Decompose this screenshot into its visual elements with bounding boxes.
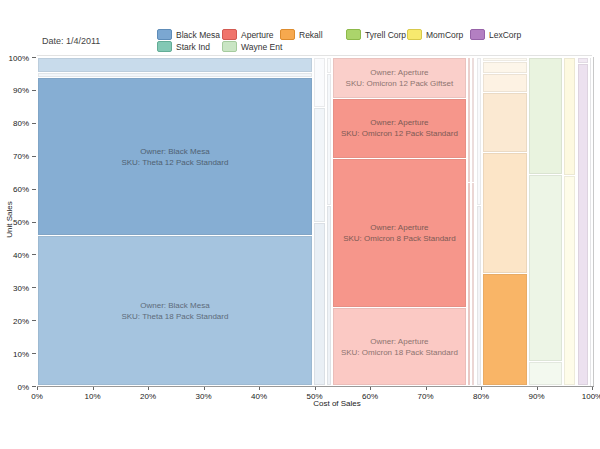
y-tick-mark bbox=[32, 222, 36, 223]
mekko-block[interactable] bbox=[483, 153, 527, 273]
mekko-block[interactable] bbox=[38, 58, 313, 72]
x-tick-label: 70% bbox=[417, 392, 433, 401]
mekko-block[interactable] bbox=[529, 362, 561, 385]
mekko-block[interactable] bbox=[483, 58, 527, 62]
x-tick-mark bbox=[148, 387, 149, 390]
y-tick-mark bbox=[32, 57, 36, 58]
x-axis-line bbox=[37, 386, 594, 387]
x-tick-mark bbox=[592, 387, 593, 390]
mekko-block[interactable] bbox=[314, 58, 324, 108]
y-tick-mark bbox=[32, 189, 36, 190]
block-label-owner: Owner: Aperture bbox=[370, 117, 428, 128]
x-tick-label: 0% bbox=[31, 392, 43, 401]
mekko-block[interactable] bbox=[578, 58, 589, 64]
x-tick-mark bbox=[370, 387, 371, 390]
x-tick-mark bbox=[481, 387, 482, 390]
y-tick-label: 10% bbox=[3, 349, 29, 358]
y-tick-label: 100% bbox=[3, 53, 29, 62]
mekko-block[interactable] bbox=[564, 58, 576, 175]
mekko-block[interactable]: Owner: ApertureSKU: Omicron 18 Pack Stan… bbox=[333, 308, 465, 386]
mekko-block[interactable] bbox=[327, 58, 330, 73]
y-tick-label: 70% bbox=[3, 152, 29, 161]
block-label-sku: SKU: Theta 12 Pack Standard bbox=[121, 157, 228, 168]
y-tick-mark bbox=[32, 156, 36, 157]
x-tick-label: 20% bbox=[140, 392, 156, 401]
block-label-owner: Owner: Aperture bbox=[370, 67, 428, 78]
mekko-block[interactable] bbox=[477, 58, 482, 205]
block-label-sku: SKU: Omicron 12 Pack Giftset bbox=[346, 78, 454, 89]
plot-right-border bbox=[593, 57, 594, 386]
mekko-block[interactable]: Owner: Black MesaSKU: Theta 18 Pack Stan… bbox=[38, 236, 313, 385]
x-tick-label: 40% bbox=[251, 392, 267, 401]
mekko-block[interactable] bbox=[472, 183, 474, 386]
mekko-block[interactable] bbox=[529, 58, 561, 174]
mekko-block[interactable] bbox=[529, 175, 561, 362]
plot-top-border bbox=[37, 55, 592, 56]
mekko-block[interactable] bbox=[468, 58, 470, 182]
y-tick-mark bbox=[32, 353, 36, 354]
block-label-sku: SKU: Omicron 12 Pack Standard bbox=[341, 128, 458, 139]
x-axis-title: Cost of Sales bbox=[277, 399, 397, 408]
y-tick-mark bbox=[32, 254, 36, 255]
x-tick-mark bbox=[37, 387, 38, 390]
y-tick-mark bbox=[32, 90, 36, 91]
y-tick-label: 20% bbox=[3, 316, 29, 325]
mekko-block[interactable] bbox=[483, 274, 527, 386]
mekko-block[interactable] bbox=[314, 223, 324, 386]
x-tick-mark bbox=[259, 387, 260, 390]
y-tick-label: 0% bbox=[3, 382, 29, 391]
y-tick-mark bbox=[32, 123, 36, 124]
mekko-block[interactable] bbox=[38, 73, 313, 77]
x-tick-label: 80% bbox=[473, 392, 489, 401]
mekko-block[interactable] bbox=[590, 58, 591, 386]
x-tick-mark bbox=[537, 387, 538, 390]
mekko-block[interactable]: Owner: ApertureSKU: Omicron 12 Pack Gift… bbox=[333, 58, 465, 99]
block-label-sku: SKU: Omicron 8 Pack Standard bbox=[343, 233, 456, 244]
mekko-block[interactable] bbox=[564, 176, 576, 386]
y-tick-mark bbox=[32, 287, 36, 288]
mekko-block[interactable] bbox=[483, 74, 527, 93]
mekko-block[interactable] bbox=[578, 64, 589, 385]
y-tick-label: 80% bbox=[3, 119, 29, 128]
x-tick-label: 30% bbox=[195, 392, 211, 401]
plot-area: Owner: Black MesaSKU: Theta 18 Pack Stan… bbox=[0, 0, 600, 449]
block-label-owner: Owner: Black Mesa bbox=[140, 300, 209, 311]
y-tick-label: 90% bbox=[3, 86, 29, 95]
block-label-sku: SKU: Theta 18 Pack Standard bbox=[121, 311, 228, 322]
mekko-block[interactable]: Owner: Black MesaSKU: Theta 12 Pack Stan… bbox=[38, 78, 313, 236]
y-axis-title: Unit Sales bbox=[5, 185, 14, 255]
x-tick-label: 100% bbox=[582, 392, 600, 401]
block-label-owner: Owner: Aperture bbox=[370, 336, 428, 347]
mekko-block[interactable] bbox=[314, 108, 324, 221]
block-label-owner: Owner: Aperture bbox=[370, 222, 428, 233]
mekko-block[interactable]: Owner: ApertureSKU: Omicron 8 Pack Stand… bbox=[333, 159, 465, 307]
y-tick-mark bbox=[32, 320, 36, 321]
x-tick-label: 90% bbox=[528, 392, 544, 401]
x-tick-mark bbox=[93, 387, 94, 390]
mekko-block[interactable] bbox=[327, 74, 330, 205]
mekko-block[interactable] bbox=[477, 206, 482, 386]
y-tick-label: 30% bbox=[3, 283, 29, 292]
block-label-owner: Owner: Black Mesa bbox=[140, 146, 209, 157]
x-tick-label: 10% bbox=[84, 392, 100, 401]
block-label-sku: SKU: Omicron 18 Pack Standard bbox=[341, 347, 458, 358]
mekko-block[interactable] bbox=[327, 206, 330, 386]
mekko-block[interactable] bbox=[472, 58, 474, 182]
mekko-block[interactable] bbox=[483, 93, 527, 151]
x-tick-mark bbox=[315, 387, 316, 390]
mekko-block[interactable] bbox=[468, 183, 470, 386]
x-tick-mark bbox=[426, 387, 427, 390]
mekko-block[interactable]: Owner: ApertureSKU: Omicron 12 Pack Stan… bbox=[333, 99, 465, 157]
mekko-block[interactable] bbox=[483, 62, 527, 72]
x-tick-mark bbox=[204, 387, 205, 390]
y-tick-mark bbox=[32, 386, 36, 387]
mekko-chart-page: Date: 1/4/2011 Black MesaApertureRekallT… bbox=[0, 0, 600, 449]
